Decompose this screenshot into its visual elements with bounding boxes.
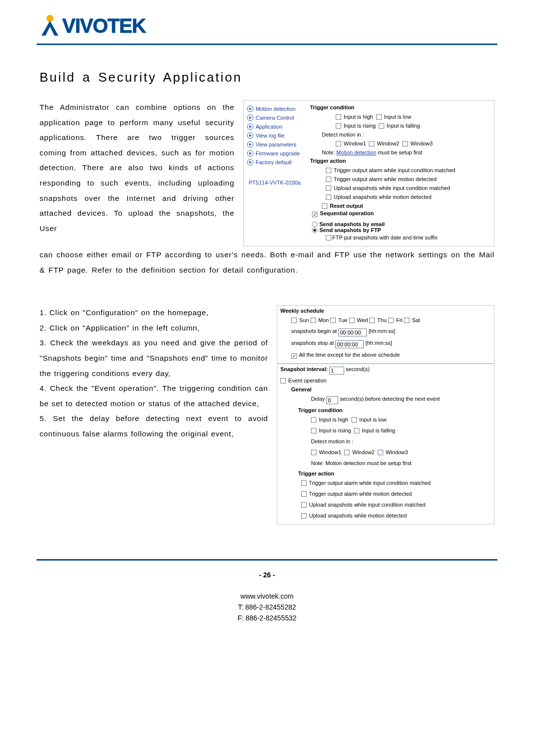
- chk-window1[interactable]: [336, 141, 341, 146]
- chk-window1-2[interactable]: [311, 450, 316, 455]
- chk-ta1[interactable]: [326, 168, 331, 173]
- logo-mark: [40, 14, 60, 38]
- chk-window3[interactable]: [402, 141, 408, 146]
- nav-firmware-upgrade[interactable]: Firmware upgrade: [247, 150, 308, 157]
- trigger-condition-header-2: Trigger condition: [277, 405, 494, 414]
- footer-fax: F: 886-2-82455532: [40, 613, 494, 623]
- panel1-body: Trigger condition Input is high Input is…: [308, 100, 494, 246]
- trigger-action-header: Trigger action: [310, 158, 490, 164]
- step-4: 4. Check the "Event operation". The trig…: [40, 381, 268, 411]
- chk-sun[interactable]: [291, 318, 297, 323]
- chk-tue[interactable]: [330, 318, 336, 323]
- chk-window2[interactable]: [369, 141, 374, 146]
- logo: VIVOTEK: [40, 0, 494, 42]
- chk-ta1-2[interactable]: [301, 480, 307, 486]
- header-rule: [37, 44, 497, 45]
- config-panel-1: Motion detection Camera Control Applicat…: [243, 100, 494, 246]
- weekday-row: Sun Mon Tue Wed Thu Fri Sat: [277, 315, 494, 326]
- radio-ftp[interactable]: [312, 228, 317, 233]
- svg-point-0: [46, 15, 53, 22]
- delay-input[interactable]: 0: [326, 396, 338, 404]
- chk-input-low[interactable]: [376, 114, 382, 120]
- chk-input-falling[interactable]: [379, 123, 384, 129]
- nav-view-parameters[interactable]: View parameters: [247, 141, 308, 148]
- snapshot-interval-input[interactable]: 1: [329, 367, 344, 375]
- chk-all-time[interactable]: [291, 353, 297, 359]
- chk-ta4-2[interactable]: [301, 513, 307, 519]
- chk-reset-output[interactable]: [322, 203, 327, 209]
- snapshot-interval-row: Snapshot interval: 1 second(s): [277, 363, 494, 376]
- config-panel-2: Weekly schedule Sun Mon Tue Wed Thu Fri …: [277, 305, 494, 524]
- trigger-condition-header: Trigger condition: [310, 104, 490, 110]
- chk-input-rising[interactable]: [336, 123, 341, 129]
- model-label: PT5114-VVTK-0100a: [249, 180, 308, 186]
- step-1: 1. Click on "Configuration" on the homep…: [40, 305, 268, 321]
- arrow-icon: [247, 114, 254, 121]
- chk-sequential[interactable]: [312, 212, 317, 217]
- arrow-icon: [247, 132, 254, 139]
- arrow-icon: [247, 141, 254, 148]
- nav-camera-control[interactable]: Camera Control: [247, 114, 308, 121]
- footer-url: www.vivotek.com: [40, 591, 494, 602]
- motion-detection-link[interactable]: Motion detection: [336, 149, 376, 155]
- config-nav: Motion detection Camera Control Applicat…: [244, 100, 308, 246]
- arrow-icon: [247, 159, 254, 166]
- page-title: Build a Security Application: [40, 70, 494, 85]
- chk-thu[interactable]: [369, 318, 375, 323]
- chk-input-low-2[interactable]: [352, 417, 357, 423]
- chk-window3-2[interactable]: [378, 450, 383, 455]
- weekly-schedule-header: Weekly schedule: [277, 306, 494, 315]
- chk-input-high-2[interactable]: [311, 417, 316, 423]
- nav-view-log-file[interactable]: View log file: [247, 132, 308, 139]
- chk-window2-2[interactable]: [344, 450, 350, 455]
- nav-motion-detection[interactable]: Motion detection: [247, 105, 308, 112]
- chk-mon[interactable]: [311, 318, 316, 323]
- page-number: - 26 -: [40, 569, 494, 580]
- chk-ta2[interactable]: [326, 177, 331, 182]
- step-5: 5. Set the delay before detecting next e…: [40, 411, 268, 441]
- snapshots-begin-input[interactable]: 00:00:00: [338, 329, 367, 336]
- detect-motion-label: Detect motion in :: [322, 130, 490, 139]
- motion-detection-link-2[interactable]: Motion detection: [325, 460, 365, 466]
- footer-tel: T: 886-2-82455282: [40, 602, 494, 613]
- chk-ftp-date-suffix[interactable]: [326, 235, 331, 240]
- steps-column: 1. Click on "Configuration" on the homep…: [40, 305, 268, 524]
- chk-ta3[interactable]: [326, 186, 331, 191]
- chk-ta3-2[interactable]: [301, 502, 307, 508]
- footer-rule: [37, 559, 497, 561]
- chk-input-falling-2[interactable]: [354, 428, 359, 433]
- chk-ta4[interactable]: [326, 194, 331, 200]
- logo-text: VIVOTEK: [62, 15, 146, 37]
- radio-email[interactable]: [312, 222, 317, 227]
- chk-input-high[interactable]: [336, 114, 341, 120]
- chk-input-rising-2[interactable]: [311, 428, 316, 433]
- step-2: 2. Click on "Application" in the left co…: [40, 321, 268, 336]
- trigger-action-header-2: Trigger action: [277, 469, 494, 477]
- footer: - 26 - www.vivotek.com T: 886-2-82455282…: [40, 569, 494, 624]
- step-3: 3. Check the weekdays as you need and gi…: [40, 335, 268, 381]
- chk-event-operation[interactable]: [280, 378, 286, 383]
- arrow-icon: [247, 105, 254, 112]
- arrow-icon: [247, 150, 254, 157]
- arrow-icon: [247, 123, 254, 130]
- nav-application[interactable]: Application: [247, 123, 308, 130]
- snapshots-stop-input[interactable]: 00:00:00: [335, 340, 364, 348]
- nav-factory-default[interactable]: Factory default: [247, 159, 308, 166]
- chk-ta2-2[interactable]: [301, 491, 307, 497]
- general-header: General: [277, 384, 494, 393]
- chk-wed[interactable]: [349, 318, 355, 323]
- chk-fri[interactable]: [388, 318, 394, 323]
- intro-paragraph-1: The Administrator can combine options on…: [40, 100, 234, 246]
- chk-sat[interactable]: [404, 318, 409, 323]
- intro-paragraph-2: can choose either email or FTP according…: [40, 247, 494, 278]
